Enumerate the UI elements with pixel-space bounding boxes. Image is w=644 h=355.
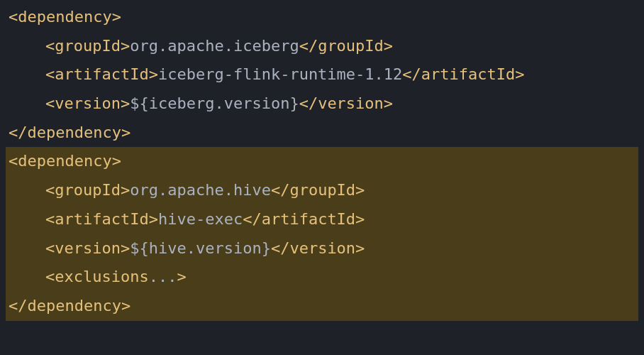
xml-text: ${hive.version} (130, 239, 271, 257)
xml-tag: <artifactId> (45, 65, 158, 83)
xml-tag: </version> (271, 239, 365, 257)
folded-marker: ... (149, 268, 177, 285)
code-line: <exclusions...> (6, 263, 638, 292)
xml-tag: <exclusions (45, 268, 149, 285)
code-line: <dependency> (6, 3, 638, 32)
xml-tag: </dependency> (9, 124, 131, 141)
xml-tag: </artifactId> (243, 210, 365, 228)
xml-code-block: <dependency><groupId>org.apache.iceberg<… (0, 0, 644, 324)
xml-tag: <dependency> (9, 8, 121, 26)
xml-text: ${iceberg.version} (130, 94, 299, 112)
xml-tag: > (177, 268, 186, 285)
xml-tag: <dependency> (9, 152, 121, 170)
xml-tag: <version> (45, 94, 130, 112)
code-line: <groupId>org.apache.hive</groupId> (6, 176, 638, 205)
code-line: <version>${hive.version}</version> (6, 234, 638, 263)
xml-tag: <groupId> (45, 181, 130, 199)
code-line: <version>${iceberg.version}</version> (6, 89, 638, 119)
xml-tag: </groupId> (271, 181, 365, 199)
xml-text: org.apache.iceberg (130, 37, 299, 55)
xml-text: org.apache.hive (130, 181, 271, 199)
xml-tag: <artifactId> (45, 210, 158, 228)
code-line: </dependency> (6, 119, 638, 148)
xml-tag: </artifactId> (402, 65, 524, 83)
xml-tag: </version> (299, 94, 393, 112)
xml-tag: </dependency> (9, 297, 131, 315)
xml-tag: <version> (45, 239, 130, 257)
xml-tag: <groupId> (45, 37, 130, 55)
xml-tag: </groupId> (299, 37, 393, 55)
code-line: <artifactId>hive-exec</artifactId> (6, 205, 638, 234)
code-line: <groupId>org.apache.iceberg</groupId> (6, 32, 638, 61)
code-line: <dependency> (6, 147, 638, 176)
code-line: <artifactId>iceberg-flink-runtime-1.12</… (6, 60, 638, 89)
code-line: </dependency> (6, 292, 638, 321)
xml-text: iceberg-flink-runtime-1.12 (158, 65, 402, 83)
xml-text: hive-exec (158, 210, 243, 228)
